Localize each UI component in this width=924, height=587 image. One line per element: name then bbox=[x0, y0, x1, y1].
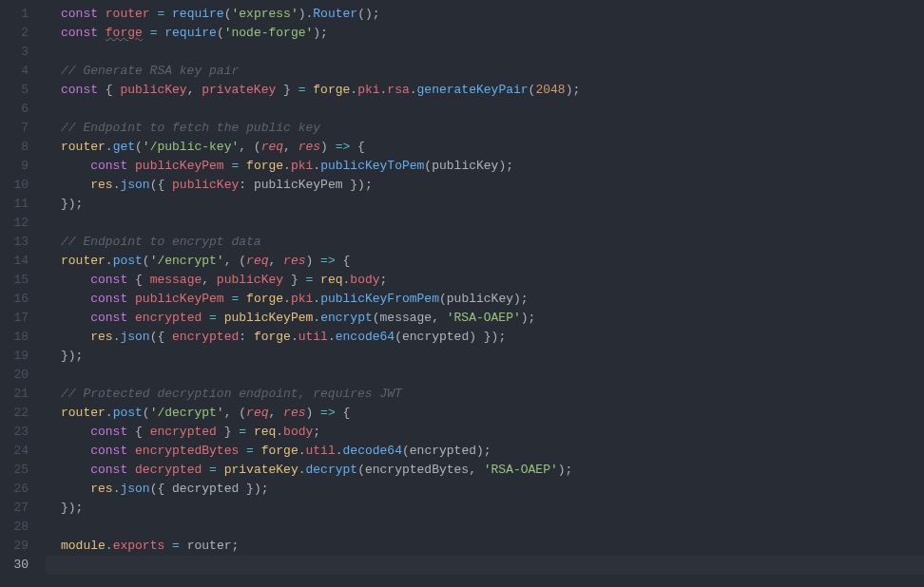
token-obj: forge bbox=[313, 83, 350, 97]
token-punct: , bbox=[187, 83, 202, 97]
code-line[interactable]: const { publicKey, privateKey } = forge.… bbox=[46, 81, 924, 100]
token-var: privateKey bbox=[202, 83, 276, 97]
token-cmt: // Endpoint to fetch the public key bbox=[61, 121, 320, 135]
code-editor[interactable]: 1234567891011121314151617181920212223242… bbox=[0, 0, 924, 587]
line-number: 19 bbox=[0, 347, 29, 366]
token-obj: forge bbox=[246, 292, 283, 306]
line-number: 14 bbox=[0, 252, 29, 271]
code-line[interactable]: const router = require('express').Router… bbox=[46, 5, 924, 24]
token-plain: encrypted bbox=[410, 444, 476, 458]
token-obj: forge bbox=[261, 444, 298, 458]
code-line[interactable] bbox=[46, 556, 924, 575]
token-op: = bbox=[209, 311, 217, 325]
code-line[interactable]: const publicKeyPem = forge.pki.publicKey… bbox=[46, 157, 924, 176]
token-punct: ); bbox=[476, 444, 491, 458]
token-var: publicKeyPem bbox=[135, 292, 224, 306]
code-line[interactable]: res.json({ publicKey: publicKeyPem }); bbox=[46, 176, 924, 195]
code-line[interactable]: // Endpoint to encrypt data bbox=[46, 233, 924, 252]
token-punct: . bbox=[106, 140, 113, 154]
code-line[interactable]: router.get('/public-key', (req, res) => … bbox=[46, 138, 924, 157]
token-punct: }); bbox=[61, 349, 83, 363]
code-line[interactable]: const { message, publicKey } = req.body; bbox=[46, 271, 924, 290]
token-plain: publicKeyPem bbox=[254, 178, 343, 192]
token-punct: . bbox=[276, 425, 283, 439]
line-number: 8 bbox=[0, 138, 29, 157]
token-punct: ({ bbox=[150, 330, 172, 344]
token-punct: ( bbox=[357, 463, 365, 477]
code-line[interactable] bbox=[46, 214, 924, 233]
code-line[interactable] bbox=[46, 100, 924, 119]
token-fn: encrypt bbox=[320, 311, 373, 325]
token-obj: privateKey bbox=[224, 463, 298, 477]
token-punct: ); bbox=[513, 292, 529, 306]
token-punct: ) bbox=[306, 254, 321, 268]
code-line[interactable] bbox=[46, 518, 924, 537]
code-line[interactable]: }); bbox=[46, 347, 924, 366]
token-punct: . bbox=[291, 330, 298, 344]
token-punct: { bbox=[336, 254, 351, 268]
token-cmt: // Protected decryption endpoint, requir… bbox=[61, 387, 402, 401]
token-plain: publicKey bbox=[432, 159, 498, 173]
token-obj: req bbox=[320, 273, 342, 287]
token-punct: } bbox=[276, 83, 298, 97]
code-line[interactable]: const forge = require('node-forge'); bbox=[46, 24, 924, 43]
line-number: 1 bbox=[0, 5, 29, 24]
token-punct: , bbox=[268, 254, 283, 268]
line-number: 30 bbox=[0, 556, 29, 575]
code-text-area[interactable]: const router = require('express').Router… bbox=[46, 0, 924, 587]
line-number: 22 bbox=[0, 404, 29, 423]
token-obj: router bbox=[61, 254, 106, 268]
token-punct: ( bbox=[402, 444, 410, 458]
token-punct: ( bbox=[135, 140, 143, 154]
token-prop: pki bbox=[291, 159, 313, 173]
code-line[interactable]: const decrypted = privateKey.decrypt(enc… bbox=[46, 461, 924, 480]
code-line[interactable]: const publicKeyPem = forge.pki.publicKey… bbox=[46, 290, 924, 309]
code-line[interactable]: res.json({ encrypted: forge.util.encode6… bbox=[46, 328, 924, 347]
code-line[interactable]: // Generate RSA key pair bbox=[46, 62, 924, 81]
token-prop: rsa bbox=[387, 83, 409, 97]
token-punct: { bbox=[135, 425, 150, 439]
code-line[interactable]: const encrypted = publicKeyPem.encrypt(m… bbox=[46, 309, 924, 328]
code-line[interactable]: }); bbox=[46, 499, 924, 518]
token-op: = bbox=[246, 444, 254, 458]
token-punct: ; bbox=[231, 539, 239, 553]
code-line[interactable] bbox=[46, 43, 924, 62]
code-line[interactable]: const { encrypted } = req.body; bbox=[46, 423, 924, 442]
token-punct: . bbox=[328, 330, 336, 344]
token-prop: exports bbox=[113, 539, 165, 553]
code-line[interactable]: router.post('/decrypt', (req, res) => { bbox=[46, 404, 924, 423]
token-var: publicKey bbox=[217, 273, 283, 287]
line-number: 12 bbox=[0, 214, 29, 233]
token-punct: ) bbox=[306, 406, 321, 420]
token-punct: . bbox=[410, 83, 417, 97]
token-punct: . bbox=[106, 406, 113, 420]
token-plain bbox=[254, 444, 261, 458]
code-line[interactable]: module.exports = router; bbox=[46, 537, 924, 556]
code-line[interactable]: res.json({ decrypted }); bbox=[46, 480, 924, 499]
code-line[interactable]: // Protected decryption endpoint, requir… bbox=[46, 385, 924, 404]
token-decl: const bbox=[90, 463, 135, 477]
token-decl: const bbox=[90, 311, 135, 325]
code-line[interactable]: }); bbox=[46, 195, 924, 214]
line-number: 29 bbox=[0, 537, 29, 556]
line-number: 15 bbox=[0, 271, 29, 290]
code-line[interactable]: // Endpoint to fetch the public key bbox=[46, 119, 924, 138]
token-punct: , bbox=[202, 273, 217, 287]
token-punct: . bbox=[283, 292, 291, 306]
token-punct: ( bbox=[143, 254, 150, 268]
token-plain: publicKey bbox=[447, 292, 513, 306]
token-fn: decode64 bbox=[343, 444, 402, 458]
token-punct: . bbox=[350, 83, 357, 97]
token-param: res bbox=[283, 254, 305, 268]
code-line[interactable]: const encryptedBytes = forge.util.decode… bbox=[46, 442, 924, 461]
token-punct: ( bbox=[217, 26, 224, 40]
token-punct: ({ bbox=[150, 482, 172, 496]
token-plain: router bbox=[187, 539, 232, 553]
line-number: 6 bbox=[0, 100, 29, 119]
code-line[interactable] bbox=[46, 366, 924, 385]
token-var: forge bbox=[106, 26, 143, 40]
token-punct: . bbox=[283, 159, 291, 173]
code-line[interactable]: router.post('/encrypt', (req, res) => { bbox=[46, 252, 924, 271]
line-number: 11 bbox=[0, 195, 29, 214]
token-punct: ; bbox=[380, 273, 388, 287]
